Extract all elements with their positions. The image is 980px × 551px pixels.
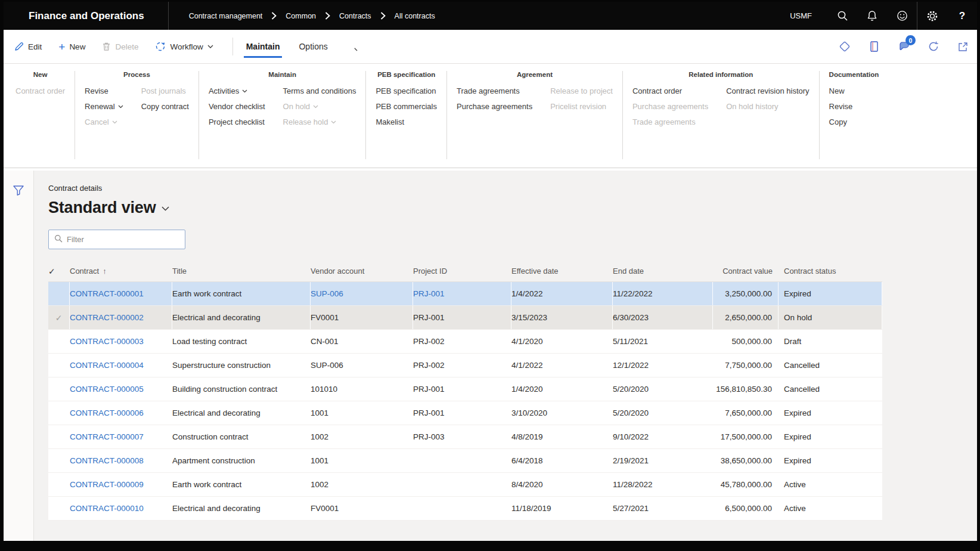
- ribbon-item-purchase-agreements[interactable]: Purchase agreements: [457, 102, 532, 111]
- table-row[interactable]: CONTRACT-000003Load testing contractCN-0…: [48, 330, 882, 354]
- cell-project-id[interactable]: PRJ-001: [413, 282, 511, 305]
- table-row[interactable]: CONTRACT-000006Electrical and decorating…: [48, 401, 882, 425]
- breadcrumb-module[interactable]: Contract management: [189, 12, 263, 20]
- ribbon-item-contract-order[interactable]: Contract order: [632, 86, 708, 95]
- workflow-button[interactable]: Workflow: [155, 41, 213, 52]
- ribbon-item-release-hold: Release hold: [283, 117, 356, 126]
- power-apps-icon[interactable]: [839, 41, 851, 52]
- ribbon-item-terms-and-conditions[interactable]: Terms and conditions: [283, 86, 356, 95]
- company-selector[interactable]: USMF: [790, 11, 812, 20]
- cell-contract[interactable]: CONTRACT-000007: [70, 425, 172, 448]
- view-selector[interactable]: Standard view: [48, 199, 977, 217]
- table-row[interactable]: CONTRACT-000007Construction contract1002…: [48, 425, 882, 449]
- select-all-checkmark[interactable]: ✓: [48, 267, 70, 276]
- row-checkbox[interactable]: [48, 330, 70, 353]
- breadcrumb-section[interactable]: Contracts: [339, 12, 371, 20]
- page-caption: Contract details: [48, 184, 977, 193]
- cell-contract[interactable]: CONTRACT-000005: [70, 377, 172, 401]
- row-checkbox[interactable]: [48, 473, 70, 496]
- column-header-end-date[interactable]: End date: [613, 267, 713, 276]
- ribbon-item-revise[interactable]: Revise: [85, 86, 123, 95]
- help-icon[interactable]: ?: [947, 2, 977, 30]
- cell-contract[interactable]: CONTRACT-000006: [70, 401, 172, 425]
- cell-contract[interactable]: CONTRACT-000004: [70, 354, 172, 377]
- open-in-new-window-icon[interactable]: [957, 41, 969, 52]
- breadcrumb-area[interactable]: Common: [286, 12, 316, 20]
- row-checkbox[interactable]: [48, 377, 70, 401]
- ribbon-group-title: Maintain: [209, 71, 356, 78]
- actionbar-right-icons: 0: [839, 41, 969, 52]
- grid-filter-box[interactable]: [48, 230, 185, 249]
- table-row[interactable]: CONTRACT-000010Electrical and decorating…: [48, 497, 882, 521]
- table-row[interactable]: CONTRACT-000008Apartment construction100…: [48, 449, 882, 473]
- table-row[interactable]: CONTRACT-000004Superstructure constructi…: [48, 354, 882, 377]
- column-header-title[interactable]: Title: [172, 267, 311, 276]
- cell-contract-status: Expired: [779, 425, 882, 448]
- table-row[interactable]: CONTRACT-000001Earth work contractSUP-00…: [48, 282, 882, 306]
- row-checkbox[interactable]: [48, 449, 70, 472]
- column-header-contract[interactable]: Contract↑: [70, 267, 172, 276]
- cell-end-date: 9/10/2022: [613, 425, 713, 448]
- cell-contract[interactable]: CONTRACT-000009: [70, 473, 172, 496]
- cell-effective-date: 4/1/2020: [511, 330, 613, 353]
- filter-funnel-icon[interactable]: [13, 185, 24, 541]
- cell-project-id: [413, 473, 511, 496]
- ribbon-item-label: Pricelist revision: [550, 102, 606, 111]
- row-checkbox[interactable]: [48, 282, 70, 305]
- filter-input[interactable]: [67, 235, 179, 244]
- ribbon-item-label: Revise: [829, 102, 853, 111]
- column-header-vendor-account[interactable]: Vendor account: [311, 267, 413, 276]
- row-checkbox[interactable]: [48, 354, 70, 377]
- app-brand-title[interactable]: Finance and Operations: [4, 10, 168, 22]
- cell-contract-value: 38,650,000.00: [713, 449, 779, 472]
- row-checkbox[interactable]: [48, 425, 70, 448]
- search-icon[interactable]: [827, 2, 857, 30]
- column-header-effective-date[interactable]: Effective date: [511, 267, 613, 276]
- actionbar-search-icon[interactable]: [348, 42, 358, 52]
- ribbon-item-copy[interactable]: Copy: [829, 117, 853, 126]
- column-header-project-id[interactable]: Project ID: [413, 267, 511, 276]
- column-header-contract-value[interactable]: Contract value: [713, 267, 779, 276]
- ribbon-item-activities[interactable]: Activities: [209, 86, 265, 95]
- ribbon-item-vendor-checklist[interactable]: Vendor checklist: [209, 102, 265, 111]
- ribbon-item-copy-contract[interactable]: Copy contract: [141, 102, 189, 111]
- notifications-bell-icon[interactable]: [857, 2, 887, 30]
- ribbon-item-peb-specification[interactable]: PEB specification: [376, 86, 437, 95]
- row-checkbox[interactable]: [48, 401, 70, 425]
- table-row[interactable]: CONTRACT-000009Earth work contract10028/…: [48, 473, 882, 497]
- settings-gear-icon[interactable]: [917, 2, 947, 30]
- ribbon-item-label: On hold: [283, 102, 311, 111]
- cell-vendor-account[interactable]: SUP-006: [311, 282, 413, 305]
- cell-contract[interactable]: CONTRACT-000008: [70, 449, 172, 472]
- cell-vendor-account: 1001: [311, 401, 413, 425]
- ribbon-item-new[interactable]: New: [829, 86, 853, 95]
- row-checkbox[interactable]: [48, 497, 70, 520]
- search-icon: [54, 234, 63, 245]
- task-guide-book-icon[interactable]: [869, 41, 880, 52]
- ribbon-item-project-checklist[interactable]: Project checklist: [209, 117, 265, 126]
- new-button[interactable]: + New: [58, 41, 85, 52]
- breadcrumb-page[interactable]: All contracts: [395, 12, 435, 20]
- cell-contract[interactable]: CONTRACT-000001: [70, 282, 172, 305]
- cell-contract-value: 3,250,000.00: [713, 282, 779, 305]
- row-checkbox[interactable]: ✓: [48, 306, 70, 329]
- ribbon-item-peb-commercials[interactable]: PEB commercials: [376, 102, 437, 111]
- tab-maintain[interactable]: Maintain: [243, 32, 284, 61]
- refresh-icon[interactable]: [928, 41, 939, 52]
- ribbon-item-renewal[interactable]: Renewal: [85, 102, 123, 111]
- messages-icon[interactable]: 0: [898, 41, 910, 52]
- ribbon-item-makelist[interactable]: Makelist: [376, 117, 437, 126]
- ribbon-item-on-hold: On hold: [283, 102, 356, 111]
- cell-contract[interactable]: CONTRACT-000010: [70, 497, 172, 520]
- tab-options[interactable]: Options: [295, 32, 331, 61]
- cell-contract[interactable]: CONTRACT-000002: [70, 306, 172, 329]
- table-row[interactable]: CONTRACT-000005Building construction con…: [48, 377, 882, 401]
- feedback-smiley-icon[interactable]: [887, 2, 917, 30]
- ribbon-item-contract-revision-history[interactable]: Contract revision history: [726, 86, 809, 95]
- edit-button[interactable]: Edit: [14, 42, 42, 51]
- ribbon-item-revise[interactable]: Revise: [829, 102, 853, 111]
- column-header-contract-status[interactable]: Contract status: [779, 267, 882, 276]
- table-row[interactable]: ✓CONTRACT-000002Electrical and decoratin…: [48, 306, 882, 330]
- ribbon-item-trade-agreements[interactable]: Trade agreements: [457, 86, 532, 95]
- cell-contract[interactable]: CONTRACT-000003: [70, 330, 172, 353]
